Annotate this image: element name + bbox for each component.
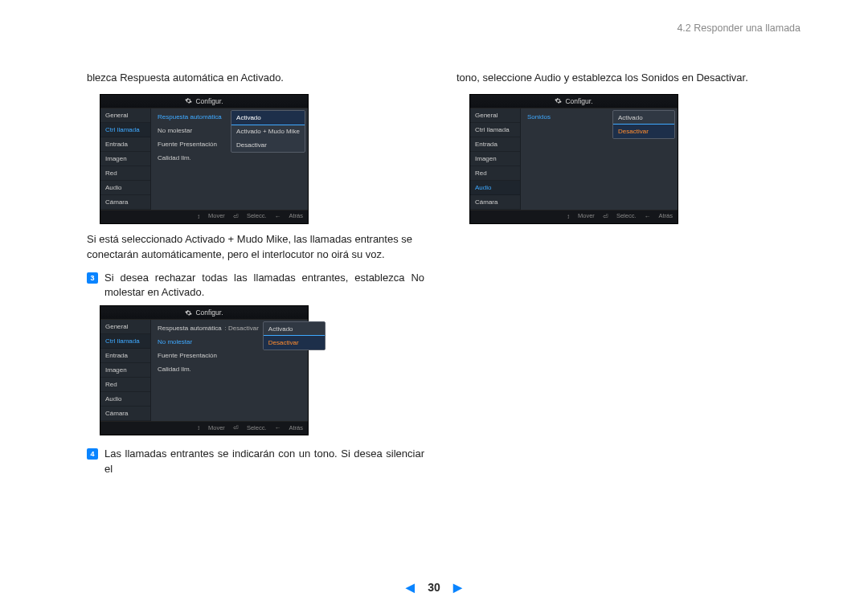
intro-left: blezca Respuesta automática en Activado. bbox=[87, 71, 424, 86]
osd-popup: ActivadoActivado + Mudo MikeDesactivar bbox=[228, 108, 308, 210]
content-columns: blezca Respuesta automática en Activado.… bbox=[0, 22, 868, 482]
updown-icon: ↕ bbox=[567, 212, 570, 222]
page-root: 4.2 Responder una llamada blezca Respues… bbox=[0, 0, 868, 613]
setting-item[interactable]: Fuente Presentación bbox=[156, 349, 260, 362]
enter-icon: ⏎ bbox=[233, 423, 239, 433]
sidebar-item[interactable]: Red bbox=[100, 166, 150, 181]
screenshot-1: Configur. GeneralCtrl llamadaEntradaImag… bbox=[100, 94, 309, 224]
osd-footer: ↕Mover ⏎Selecc. ←Atrás bbox=[100, 421, 308, 435]
popup-option[interactable]: Activado bbox=[613, 111, 674, 125]
setting-item[interactable]: Respuesta automática bbox=[156, 110, 228, 124]
sidebar-item[interactable]: Entrada bbox=[100, 349, 150, 363]
step-badge-3: 3 bbox=[87, 272, 98, 284]
enter-icon: ⏎ bbox=[233, 212, 239, 222]
setting-value: : Desactivar bbox=[225, 325, 259, 332]
popup-option[interactable]: Activado + Mudo Mike bbox=[231, 125, 305, 138]
footer-selecc: Selecc. bbox=[247, 424, 267, 433]
gear-icon bbox=[185, 309, 192, 317]
setting-item[interactable]: Calidad llm. bbox=[156, 362, 260, 376]
next-page-button[interactable]: ▶ bbox=[453, 581, 462, 594]
setting-item[interactable]: No molestar bbox=[156, 335, 260, 349]
sidebar-item[interactable]: General bbox=[470, 108, 520, 123]
setting-item[interactable]: Calidad llm. bbox=[156, 151, 228, 165]
sidebar-item[interactable]: Entrada bbox=[470, 137, 520, 152]
footer-mover: Mover bbox=[208, 424, 225, 433]
sidebar-item[interactable]: Ctrl llamada bbox=[470, 123, 520, 137]
screenshot-3: Configur. GeneralCtrl llamadaEntradaImag… bbox=[469, 94, 678, 224]
note-mudomike: Si está seleccionado Activado + Mudo Mik… bbox=[87, 232, 424, 263]
prev-page-button[interactable]: ◀ bbox=[406, 581, 415, 594]
osd-midcol: Respuesta automáticaNo molestarFuente Pr… bbox=[151, 108, 228, 210]
osd-popup: ActivadoDesactivar bbox=[260, 320, 328, 421]
gear-icon bbox=[555, 97, 562, 104]
step-4-text: Las llamadas entrantes se indicarán con … bbox=[104, 447, 424, 477]
osd-titlebar: Configur. bbox=[470, 95, 678, 108]
osd-body: GeneralCtrl llamadaEntradaImagenRedAudio… bbox=[100, 108, 308, 210]
gear-icon bbox=[185, 97, 192, 104]
enter-icon: ⏎ bbox=[603, 212, 608, 222]
footer-mover: Mover bbox=[208, 212, 225, 221]
popup-option[interactable]: Desactivar bbox=[231, 138, 305, 152]
pager: ◀ 30 ▶ bbox=[0, 581, 868, 594]
popup-option[interactable]: Activado bbox=[264, 322, 325, 336]
sidebar-item[interactable]: Cámara bbox=[470, 195, 520, 210]
back-icon: ← bbox=[644, 212, 650, 222]
updown-icon: ↕ bbox=[197, 423, 200, 433]
back-icon: ← bbox=[274, 212, 280, 222]
sidebar-item[interactable]: Imagen bbox=[100, 363, 150, 378]
osd-midcol: Sonidos bbox=[521, 108, 610, 210]
intro-right: tono, seleccione Audio y establezca los … bbox=[457, 71, 794, 86]
footer-atras: Atrás bbox=[658, 212, 673, 221]
osd-footer: ↕Mover ⏎Selecc. ←Atrás bbox=[470, 210, 678, 223]
sidebar-item[interactable]: Audio bbox=[100, 392, 150, 407]
sidebar-item[interactable]: Audio bbox=[100, 181, 150, 195]
right-column: tono, seleccione Audio y establezca los … bbox=[457, 71, 794, 482]
sidebar-item[interactable]: Red bbox=[470, 166, 520, 181]
updown-icon: ↕ bbox=[197, 212, 200, 222]
sidebar-item[interactable]: General bbox=[100, 320, 150, 334]
back-icon: ← bbox=[274, 423, 280, 433]
sidebar-item[interactable]: General bbox=[100, 108, 150, 123]
osd-titlebar: Configur. bbox=[100, 306, 308, 320]
sidebar-item[interactable]: Cámara bbox=[100, 195, 150, 210]
sidebar-item[interactable]: Red bbox=[100, 378, 150, 392]
left-column: blezca Respuesta automática en Activado.… bbox=[87, 71, 424, 482]
page-number: 30 bbox=[428, 581, 440, 594]
setting-item[interactable]: Respuesta automática: Desactivar bbox=[156, 321, 260, 335]
setting-item[interactable]: No molestar bbox=[156, 124, 228, 137]
osd-body: GeneralCtrl llamadaEntradaImagenRedAudio… bbox=[470, 108, 678, 210]
sidebar-item[interactable]: Ctrl llamada bbox=[100, 334, 150, 349]
osd-title-text: Configur. bbox=[565, 96, 592, 106]
sidebar-item[interactable]: Imagen bbox=[100, 152, 150, 166]
osd-title-text: Configur. bbox=[195, 308, 223, 317]
screenshot-2: Configur. GeneralCtrl llamadaEntradaImag… bbox=[100, 305, 309, 435]
footer-selecc: Selecc. bbox=[247, 212, 267, 221]
osd-sidebar: GeneralCtrl llamadaEntradaImagenRedAudio… bbox=[100, 108, 151, 210]
footer-mover: Mover bbox=[578, 212, 595, 221]
setting-item[interactable]: Fuente Presentación bbox=[156, 137, 228, 151]
osd-popup: ActivadoDesactivar bbox=[610, 108, 678, 210]
osd-sidebar: GeneralCtrl llamadaEntradaImagenRedAudio… bbox=[470, 108, 521, 210]
osd-body: GeneralCtrl llamadaEntradaImagenRedAudio… bbox=[100, 320, 308, 421]
osd-footer: ↕Mover ⏎Selecc. ←Atrás bbox=[100, 210, 308, 223]
osd-titlebar: Configur. bbox=[100, 95, 308, 108]
footer-atras: Atrás bbox=[289, 424, 303, 433]
popup-option[interactable]: Desactivar bbox=[263, 335, 326, 350]
osd-sidebar: GeneralCtrl llamadaEntradaImagenRedAudio… bbox=[100, 320, 151, 421]
osd-midcol: Respuesta automática: DesactivarNo moles… bbox=[151, 320, 260, 421]
sidebar-item[interactable]: Imagen bbox=[470, 152, 520, 166]
sidebar-item[interactable]: Ctrl llamada bbox=[100, 123, 150, 137]
breadcrumb: 4.2 Responder una llamada bbox=[677, 22, 800, 34]
sidebar-item[interactable]: Entrada bbox=[100, 137, 150, 152]
footer-atras: Atrás bbox=[289, 212, 303, 221]
sidebar-item[interactable]: Cámara bbox=[100, 407, 150, 421]
step-3: 3 Si desea rechazar todas las llamadas e… bbox=[87, 271, 424, 301]
footer-selecc: Selecc. bbox=[616, 212, 637, 221]
step-3-text: Si desea rechazar todas las llamadas ent… bbox=[104, 271, 424, 301]
popup-option[interactable]: Activado bbox=[231, 110, 305, 125]
sidebar-item[interactable]: Audio bbox=[470, 181, 520, 195]
osd-title-text: Configur. bbox=[195, 96, 223, 106]
step-badge-4: 4 bbox=[87, 448, 98, 460]
setting-item[interactable]: Sonidos bbox=[526, 110, 610, 124]
popup-option[interactable]: Desactivar bbox=[612, 124, 675, 139]
